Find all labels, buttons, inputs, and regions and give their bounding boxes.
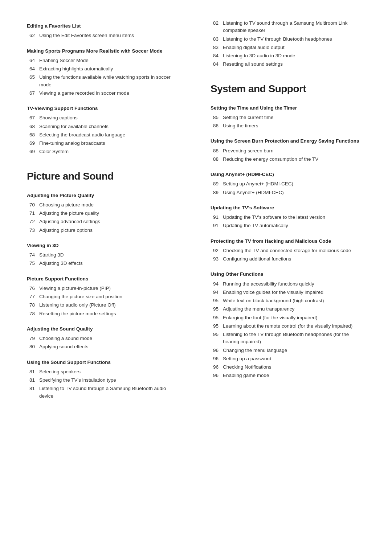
list-item: 94 Running the accessibility functions q…: [211, 280, 365, 288]
toc-num: 75: [27, 260, 35, 267]
toc-text: Updating the TV's software to the latest…: [223, 214, 365, 221]
toc-text: Specifying the TV's installation type: [39, 377, 181, 384]
list-item: 95 Adjusting the menu transparency: [211, 305, 365, 313]
toc-text: Resetting the picture mode settings: [39, 310, 181, 317]
toc-num: 95: [211, 314, 219, 321]
list-item: 64 Extracting highlights automatically: [27, 65, 181, 73]
right-column: 82 Listening to TV sound through a Samsu…: [196, 15, 392, 401]
toc-text: Setting the current time: [223, 114, 365, 121]
toc-text: Changing the picture size and position: [39, 293, 181, 300]
heading-editing-favorites: Editing a Favorites List: [27, 22, 181, 30]
toc-text: Adjusting advanced settings: [39, 218, 181, 225]
section-other-functions: Using Other Functions 94 Running the acc…: [211, 271, 365, 379]
toc-num: 84: [211, 52, 219, 59]
toc-text: Resetting all sound settings: [223, 61, 365, 68]
list-item: 89 Setting up Anynet+ (HDMI-CEC): [211, 180, 365, 188]
list-item: 69 Color System: [27, 148, 181, 155]
list-item: 95 Enlarging the font (for the visually …: [211, 314, 365, 321]
toc-num: 95: [211, 305, 219, 313]
list-item: 80 Applying sound effects: [27, 343, 181, 350]
toc-text: Adjusting the menu transparency: [223, 305, 365, 313]
toc-num: 96: [211, 364, 219, 371]
heading-making-sports: Making Sports Programs More Realistic wi…: [27, 48, 181, 55]
section-editing-favorites: Editing a Favorites List 62 Using the Ed…: [27, 22, 181, 40]
toc-text: Listening to 3D audio in 3D mode: [223, 52, 365, 59]
list-item: 96 Changing the menu language: [211, 347, 365, 354]
list-item: 86 Using the timers: [211, 122, 365, 130]
list-item: 68 Scanning for available channels: [27, 123, 181, 130]
toc-num: 81: [27, 368, 35, 376]
toc-text: Choosing a sound mode: [39, 335, 181, 342]
section-updating-software: Updating the TV's Software 91 Updating t…: [211, 204, 365, 230]
list-item: 91 Updating the TV's software to the lat…: [211, 214, 365, 221]
toc-num: 67: [27, 114, 35, 122]
list-item: 71 Adjusting the picture quality: [27, 210, 181, 217]
list-item: 75 Adjusting 3D effects: [27, 260, 181, 267]
toc-text: Reducing the energy consumption of the T…: [223, 156, 365, 163]
toc-text: Listening to TV sound through a Samsung …: [223, 20, 365, 34]
toc-text: Selecting speakers: [39, 368, 181, 376]
toc-num: 89: [211, 180, 219, 188]
toc-text: Enabling Soccer Mode: [39, 57, 181, 64]
heading-anynet: Using Anynet+ (HDMI-CEC): [211, 171, 365, 178]
list-item: 68 Selecting the broadcast audio languag…: [27, 131, 181, 139]
toc-num: 96: [211, 347, 219, 354]
toc-text: Listening to the TV through Bluetooth he…: [223, 331, 365, 346]
toc-num: 81: [27, 385, 35, 392]
toc-text: Learning about the remote control (for t…: [223, 323, 365, 330]
toc-num: 93: [211, 255, 219, 263]
chapter-title-picture-sound: Picture and Sound: [27, 169, 181, 184]
list-item: 93 Configuring additional functions: [211, 255, 365, 263]
list-item: 69 Fine-tuning analog broadcasts: [27, 140, 181, 147]
section-viewing-3d: Viewing in 3D 74 Starting 3D 75 Adjustin…: [27, 242, 181, 267]
section-sound-quality: Adjusting the Sound Quality 79 Choosing …: [27, 325, 181, 351]
list-item: 67 Showing captions: [27, 114, 181, 122]
list-item: 96 Setting up a password: [211, 355, 365, 362]
toc-text: Running the accessibility functions quic…: [223, 280, 365, 288]
chapter-title-system-support: System and Support: [211, 81, 365, 97]
toc-num: 78: [27, 310, 35, 317]
list-item: 95 White text on black background (high …: [211, 297, 365, 304]
toc-num: 69: [27, 140, 35, 147]
toc-num: 68: [27, 131, 35, 139]
list-item: 84 Resetting all sound settings: [211, 61, 365, 68]
toc-num: 95: [211, 323, 219, 330]
toc-text: Listening to audio only (Picture Off): [39, 301, 181, 309]
toc-num: 92: [211, 247, 219, 254]
toc-num: 80: [27, 343, 35, 350]
toc-text: Fine-tuning analog broadcasts: [39, 140, 181, 147]
list-item: 70 Choosing a picture mode: [27, 201, 181, 209]
list-item: 78 Listening to audio only (Picture Off): [27, 301, 181, 309]
list-item: 81 Selecting speakers: [27, 368, 181, 376]
list-item: 65 Using the functions available while w…: [27, 74, 181, 89]
toc-num: 70: [27, 201, 35, 209]
toc-text: Setting up Anynet+ (HDMI-CEC): [223, 180, 365, 188]
list-item: 62 Using the Edit Favorites screen menu …: [27, 32, 181, 39]
toc-num: 83: [211, 36, 219, 43]
heading-sound-quality: Adjusting the Sound Quality: [27, 325, 181, 333]
list-item: 95 Listening to the TV through Bluetooth…: [211, 331, 365, 346]
section-tv-viewing: TV-Viewing Support Functions 67 Showing …: [27, 105, 181, 156]
toc-num: 72: [27, 218, 35, 225]
toc-num: 96: [211, 372, 219, 379]
list-item: 84 Listening to 3D audio in 3D mode: [211, 52, 365, 59]
left-column: Editing a Favorites List 62 Using the Ed…: [0, 15, 196, 401]
toc-text: Viewing a picture-in-picture (PIP): [39, 285, 181, 292]
toc-text: Enlarging the font (for the visually imp…: [223, 314, 365, 321]
toc-num: 65: [27, 74, 35, 81]
toc-num: 71: [27, 210, 35, 217]
list-item: 74 Starting 3D: [27, 251, 181, 259]
toc-num: 84: [211, 61, 219, 68]
toc-num: 69: [27, 148, 35, 155]
list-item: 79 Choosing a sound mode: [27, 335, 181, 342]
heading-tv-viewing: TV-Viewing Support Functions: [27, 105, 181, 112]
heading-updating-software: Updating the TV's Software: [211, 204, 365, 212]
toc-num: 73: [27, 227, 35, 234]
toc-text: White text on black background (high con…: [223, 297, 365, 304]
list-item: 72 Adjusting advanced settings: [27, 218, 181, 225]
section-sound-support: Using the Sound Support Functions 81 Sel…: [27, 359, 181, 400]
toc-text: Showing captions: [39, 114, 181, 122]
toc-text: Viewing a game recorded in soccer mode: [39, 90, 181, 97]
toc-text: Enabling voice guides for the visually i…: [223, 289, 365, 296]
toc-num: 68: [27, 123, 35, 130]
